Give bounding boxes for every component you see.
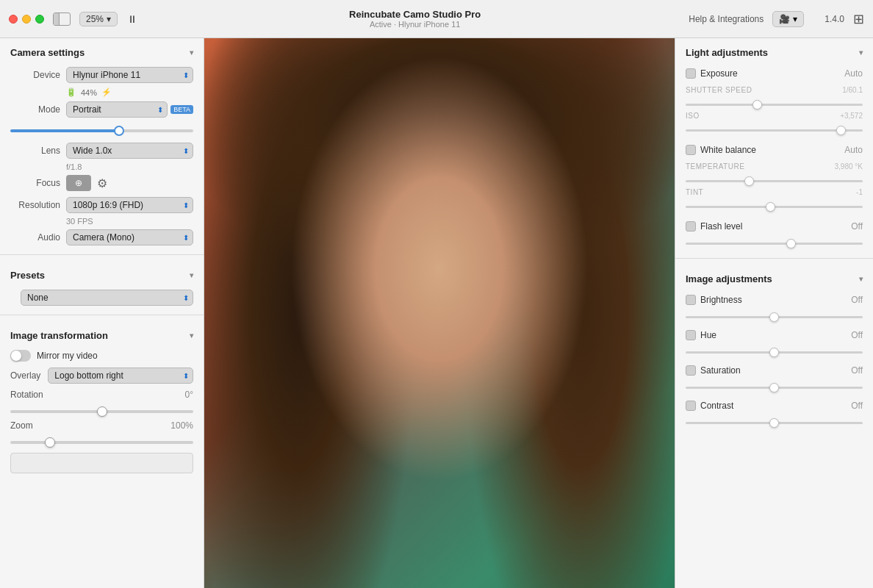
- right-panel: Light adjustments ▾ Exposure Auto SHUTTE…: [675, 38, 873, 588]
- overlay-select[interactable]: Logo bottom right: [48, 368, 193, 384]
- temperature-slider[interactable]: [686, 180, 863, 182]
- mode-slider-row: [0, 121, 204, 140]
- preview-overlay: [204, 38, 675, 588]
- camera-settings-label: Camera settings: [10, 47, 85, 58]
- hue-left: Hue: [686, 330, 716, 340]
- minimize-button[interactable]: [22, 15, 31, 24]
- contrast-value: Off: [851, 401, 863, 411]
- contrast-checkbox[interactable]: [686, 401, 696, 411]
- rotation-slider[interactable]: [10, 410, 193, 413]
- zoom-control[interactable]: 25% ▾: [79, 12, 118, 26]
- exposure-checkbox[interactable]: [686, 68, 696, 79]
- camera-selector[interactable]: 🎥 ▾: [772, 11, 804, 27]
- brightness-checkbox[interactable]: [686, 295, 696, 305]
- mode-select[interactable]: Portrait: [66, 101, 168, 118]
- shutter-speed-slider[interactable]: [686, 104, 863, 106]
- white-balance-row: White balance Auto: [675, 140, 873, 162]
- app-title: Reincubate Camo Studio Pro: [141, 9, 689, 20]
- iso-label: ISO: [686, 112, 700, 120]
- iso-slider[interactable]: [686, 129, 863, 132]
- saturation-left: Saturation: [686, 365, 741, 376]
- close-button[interactable]: [9, 15, 18, 24]
- iso-value: +3,572: [840, 112, 863, 120]
- zoom-header: Zoom 100%: [10, 420, 193, 431]
- zoom-label: 25%: [86, 14, 104, 24]
- hue-slider[interactable]: [686, 351, 863, 354]
- battery-icon: 🔋: [66, 87, 76, 97]
- app-title-area: Reincubate Camo Studio Pro Active · Hlyn…: [141, 9, 689, 29]
- usb-icon: ⚡: [101, 87, 112, 97]
- brightness-row: Brightness Off: [675, 290, 873, 326]
- traffic-lights: [9, 15, 44, 24]
- presets-select[interactable]: None: [21, 290, 193, 306]
- tint-slider[interactable]: [686, 206, 863, 208]
- flash-level-value: Off: [851, 221, 863, 232]
- saturation-checkbox[interactable]: [686, 365, 696, 376]
- exposure-header: Exposure Auto: [686, 68, 863, 79]
- white-balance-left: White balance: [686, 145, 756, 155]
- flash-level-checkbox[interactable]: [686, 221, 696, 232]
- help-integrations-button[interactable]: Help & Integrations: [689, 14, 764, 24]
- white-balance-header: White balance Auto: [686, 145, 863, 155]
- image-transformation-chevron-icon[interactable]: ▾: [190, 331, 193, 340]
- contrast-label: Contrast: [700, 401, 733, 411]
- rotation-header: Rotation 0°: [10, 390, 193, 400]
- saturation-slider[interactable]: [686, 387, 863, 389]
- zoom-slider[interactable]: [10, 441, 193, 444]
- focus-settings-icon[interactable]: ⚙: [97, 176, 107, 190]
- app-subtitle: Active · Hlynur iPhone 11: [141, 20, 689, 29]
- contrast-left: Contrast: [686, 401, 733, 411]
- version-badge: 1.4.0: [824, 14, 844, 24]
- light-adjustments-chevron-icon[interactable]: ▾: [859, 49, 863, 57]
- camera-settings-chevron-icon[interactable]: ▾: [190, 49, 193, 57]
- beta-badge: BETA: [170, 105, 193, 114]
- zoom-chevron-icon: ▾: [107, 14, 111, 24]
- device-select[interactable]: Hlynur iPhone 11: [66, 67, 193, 83]
- image-adjustments-chevron-icon[interactable]: ▾: [859, 275, 863, 283]
- contrast-header: Contrast Off: [686, 401, 863, 411]
- presets-chevron-icon[interactable]: ▾: [190, 271, 193, 279]
- exposure-row: Exposure Auto: [675, 64, 873, 86]
- presets-section: Presets ▾: [0, 261, 204, 287]
- exposure-value: Auto: [844, 68, 863, 79]
- focus-button[interactable]: ⊕: [66, 175, 91, 191]
- hue-header: Hue Off: [686, 330, 863, 340]
- rotation-label: Rotation: [10, 390, 43, 400]
- light-adjustments-label: Light adjustments: [686, 47, 768, 58]
- fullscreen-button[interactable]: [35, 15, 44, 24]
- lens-select[interactable]: Wide 1.0x: [66, 143, 193, 159]
- expand-button[interactable]: ⊞: [853, 11, 864, 27]
- white-balance-checkbox[interactable]: [686, 145, 696, 155]
- rotation-value: 0°: [185, 390, 193, 400]
- brightness-slider[interactable]: [686, 316, 863, 318]
- pause-button[interactable]: ⏸: [123, 10, 141, 28]
- aperture-label: f/1.8: [0, 162, 204, 172]
- flash-level-slider[interactable]: [686, 243, 863, 245]
- mirror-toggle[interactable]: [10, 350, 31, 362]
- mode-row: Mode Portrait BETA: [0, 98, 204, 121]
- device-select-wrapper: Hlynur iPhone 11: [66, 67, 193, 83]
- rotation-section: Rotation 0°: [0, 387, 204, 417]
- divider-1: [0, 254, 204, 255]
- hue-checkbox[interactable]: [686, 330, 696, 340]
- main-layout: Camera settings ▾ Device Hlynur iPhone 1…: [0, 38, 873, 588]
- fps-label: 30 FPS: [0, 216, 204, 226]
- contrast-slider[interactable]: [686, 422, 863, 424]
- camera-chevron-icon: ▾: [793, 14, 797, 24]
- sidebar-toggle-button[interactable]: [53, 12, 71, 26]
- camera-icon: 🎥: [779, 14, 790, 24]
- audio-select[interactable]: Camera (Mono): [66, 229, 193, 245]
- mode-slider[interactable]: [10, 129, 193, 132]
- resolution-select[interactable]: 1080p 16:9 (FHD): [66, 197, 193, 213]
- focus-crosshair-icon: ⊕: [75, 178, 82, 188]
- audio-label: Audio: [10, 232, 60, 243]
- image-transformation-section: Image transformation ▾: [0, 321, 204, 347]
- exposure-label: Exposure: [700, 68, 738, 79]
- portrait-background: [204, 38, 675, 588]
- saturation-header: Saturation Off: [686, 365, 863, 376]
- image-adjustments-label: Image adjustments: [686, 273, 772, 284]
- image-adjustments-section: Image adjustments ▾: [675, 265, 873, 290]
- search-input[interactable]: [10, 453, 193, 473]
- exposure-left: Exposure: [686, 68, 738, 79]
- shutter-speed-label: SHUTTER SPEED: [686, 86, 752, 94]
